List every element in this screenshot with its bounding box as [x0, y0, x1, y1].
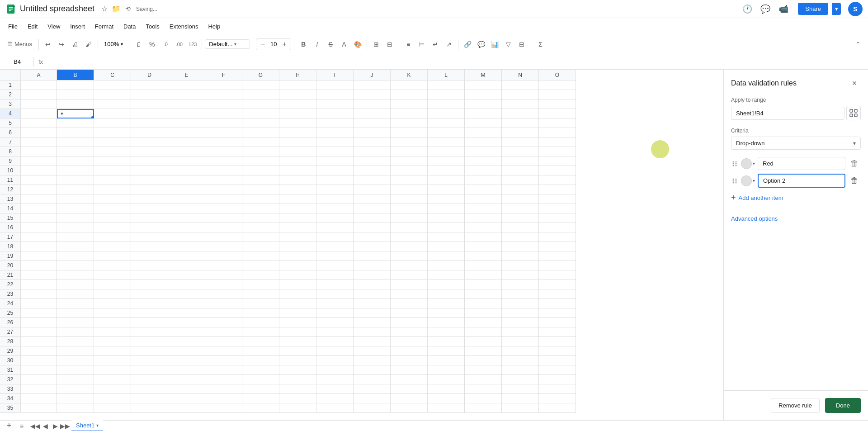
- cell-J33[interactable]: [354, 384, 391, 394]
- cell-J15[interactable]: [354, 213, 391, 223]
- cell-O25[interactable]: [539, 308, 576, 318]
- cell-M27[interactable]: [465, 327, 502, 337]
- cell-D1[interactable]: [131, 81, 168, 90]
- share-arrow-button[interactable]: ▾: [832, 3, 841, 15]
- cell-J6[interactable]: [354, 128, 391, 137]
- cell-J35[interactable]: [354, 403, 391, 413]
- cell-F18[interactable]: [205, 242, 242, 251]
- cell-M35[interactable]: [465, 403, 502, 413]
- cell-H26[interactable]: [279, 318, 316, 327]
- cell-L21[interactable]: [428, 270, 465, 280]
- cell-K16[interactable]: [391, 223, 428, 232]
- cell-F21[interactable]: [205, 270, 242, 280]
- cell-L5[interactable]: [428, 118, 465, 128]
- cell-M17[interactable]: [465, 232, 502, 242]
- cell-E5[interactable]: [168, 118, 205, 128]
- cell-A8[interactable]: [21, 147, 57, 156]
- cell-H3[interactable]: [279, 99, 316, 109]
- cell-C2[interactable]: [94, 90, 131, 99]
- cell-A27[interactable]: [21, 327, 57, 337]
- cell-G27[interactable]: [242, 327, 279, 337]
- cell-O21[interactable]: [539, 270, 576, 280]
- cell-A32[interactable]: [21, 375, 57, 384]
- cell-N25[interactable]: [502, 308, 539, 318]
- star-icon[interactable]: ☆: [100, 5, 109, 14]
- cell-D21[interactable]: [131, 270, 168, 280]
- cell-G24[interactable]: [242, 299, 279, 308]
- link-button[interactable]: 🔗: [461, 38, 474, 51]
- cell-C29[interactable]: [94, 346, 131, 356]
- print-button[interactable]: 🖨: [69, 38, 81, 51]
- cell-I13[interactable]: [316, 194, 354, 204]
- cell-E23[interactable]: [168, 289, 205, 299]
- cell-D3[interactable]: [131, 99, 168, 109]
- cell-M14[interactable]: [465, 204, 502, 213]
- cell-D13[interactable]: [131, 194, 168, 204]
- cell-A1[interactable]: [21, 81, 57, 90]
- cell-I16[interactable]: [316, 223, 354, 232]
- cell-E3[interactable]: [168, 99, 205, 109]
- cell-O15[interactable]: [539, 213, 576, 223]
- cell-B17[interactable]: [57, 232, 94, 242]
- cell-N18[interactable]: [502, 242, 539, 251]
- cell-O35[interactable]: [539, 403, 576, 413]
- menu-extensions[interactable]: Extensions: [165, 21, 203, 32]
- cell-K1[interactable]: [391, 81, 428, 90]
- cell-N16[interactable]: [502, 223, 539, 232]
- cell-B13[interactable]: [57, 194, 94, 204]
- row-header-6[interactable]: 6: [0, 128, 21, 137]
- cell-B10[interactable]: [57, 166, 94, 175]
- cell-O10[interactable]: [539, 166, 576, 175]
- advanced-options-button[interactable]: Advanced options: [731, 212, 778, 226]
- cell-O18[interactable]: [539, 242, 576, 251]
- cell-F22[interactable]: [205, 280, 242, 289]
- cell-L29[interactable]: [428, 346, 465, 356]
- cell-I22[interactable]: [316, 280, 354, 289]
- col-header-k[interactable]: K: [391, 70, 428, 81]
- cell-N12[interactable]: [502, 185, 539, 194]
- cell-M34[interactable]: [465, 394, 502, 403]
- folder-icon[interactable]: 📁: [112, 5, 121, 14]
- cell-I19[interactable]: [316, 251, 354, 261]
- cell-C6[interactable]: [94, 128, 131, 137]
- cell-M20[interactable]: [465, 261, 502, 270]
- cell-L13[interactable]: [428, 194, 465, 204]
- cell-G4[interactable]: [242, 109, 279, 118]
- cell-E16[interactable]: [168, 223, 205, 232]
- menu-tools[interactable]: Tools: [141, 21, 164, 32]
- cell-N8[interactable]: [502, 147, 539, 156]
- cell-K19[interactable]: [391, 251, 428, 261]
- cell-E4[interactable]: [168, 109, 205, 118]
- dec-decimal-button[interactable]: .0: [159, 38, 172, 51]
- cell-N29[interactable]: [502, 346, 539, 356]
- cell-B2[interactable]: [57, 90, 94, 99]
- cell-M7[interactable]: [465, 137, 502, 147]
- cell-J10[interactable]: [354, 166, 391, 175]
- cell-O1[interactable]: [539, 81, 576, 90]
- cell-L28[interactable]: [428, 337, 465, 346]
- cell-D11[interactable]: [131, 175, 168, 185]
- row-header-18[interactable]: 18: [0, 242, 21, 251]
- cell-J11[interactable]: [354, 175, 391, 185]
- row-header-23[interactable]: 23: [0, 289, 21, 299]
- cell-D9[interactable]: [131, 156, 168, 166]
- cell-F6[interactable]: [205, 128, 242, 137]
- cell-C32[interactable]: [94, 375, 131, 384]
- cell-M26[interactable]: [465, 318, 502, 327]
- cell-G34[interactable]: [242, 394, 279, 403]
- row-header-17[interactable]: 17: [0, 232, 21, 242]
- col-header-l[interactable]: L: [428, 70, 465, 81]
- cell-B29[interactable]: [57, 346, 94, 356]
- row-header-32[interactable]: 32: [0, 375, 21, 384]
- cell-J1[interactable]: [354, 81, 391, 90]
- cell-C28[interactable]: [94, 337, 131, 346]
- cell-L18[interactable]: [428, 242, 465, 251]
- cell-E24[interactable]: [168, 299, 205, 308]
- menus-toggle[interactable]: ☰ Menus: [4, 38, 36, 51]
- cell-O33[interactable]: [539, 384, 576, 394]
- cell-A4[interactable]: [21, 109, 57, 118]
- cell-E8[interactable]: [168, 147, 205, 156]
- remove-rule-button[interactable]: Remove rule: [771, 398, 820, 413]
- cell-E31[interactable]: [168, 365, 205, 375]
- cell-L24[interactable]: [428, 299, 465, 308]
